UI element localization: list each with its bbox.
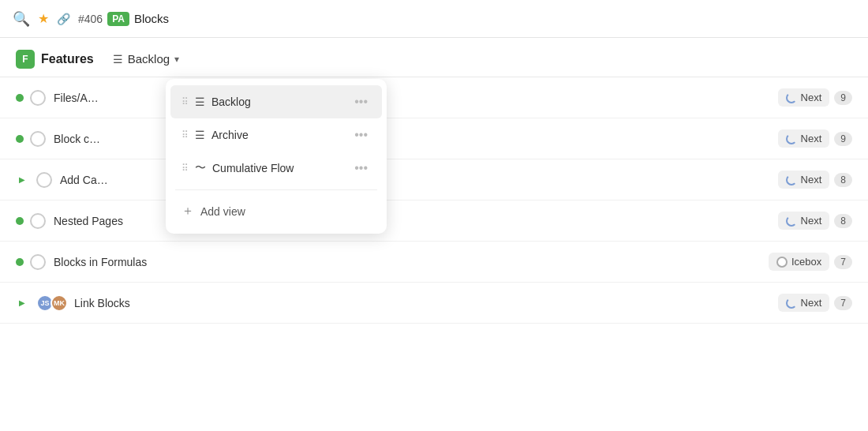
status-badge[interactable]: Icebox (769, 253, 829, 271)
chevron-down-icon: ▾ (174, 54, 179, 65)
search-icon[interactable]: 🔍 (13, 10, 30, 28)
issue-ref: #406 PA Blocks (78, 12, 169, 26)
count-badge: 8 (834, 214, 852, 228)
backlog-label: Backlog (128, 52, 170, 66)
status-dot (16, 217, 24, 225)
dropdown-item-archive[interactable]: ⠿ ☰ Archive ••• (170, 118, 382, 152)
row-right: Next 9 (778, 129, 852, 148)
top-bar: 🔍 ★ 🔗 #406 PA Blocks (0, 0, 868, 38)
row-checkbox[interactable] (30, 131, 46, 147)
next-icon (786, 216, 797, 227)
row-right: Icebox 7 (769, 253, 852, 271)
features-label: F Features (16, 50, 94, 69)
view-header: F Features ☰ Backlog ▾ (0, 38, 868, 77)
status-badge[interactable]: Next (778, 294, 830, 312)
drag-handle-icon: ⠿ (181, 163, 189, 174)
features-icon: F (16, 50, 35, 69)
status-label: Icebox (791, 256, 821, 268)
row-checkbox[interactable] (30, 213, 46, 229)
table-area: Files/A… Next 9 Block c… Next (0, 77, 868, 324)
add-view-label: Add view (200, 205, 245, 218)
count-badge: 9 (834, 132, 852, 146)
row-checkbox[interactable] (30, 254, 46, 270)
status-label: Next (801, 297, 822, 309)
avatar: MK (51, 294, 68, 312)
status-dot (16, 135, 24, 143)
plus-icon: ＋ (181, 203, 194, 219)
table-row[interactable]: Files/A… Next 9 (0, 77, 868, 118)
table-row[interactable]: Blocks in Formulas Icebox 7 (0, 242, 868, 283)
status-badge[interactable]: Next (778, 171, 830, 189)
more-options-icon[interactable]: ••• (351, 93, 371, 111)
row-title: Blocks in Formulas (54, 256, 769, 268)
features-text: Features (41, 52, 94, 66)
row-checkbox[interactable] (30, 90, 46, 106)
dropdown-item-label: Backlog (211, 96, 351, 108)
dropdown-item-cumulative-flow[interactable]: ⠿ 〜 Cumulative Flow ••• (170, 152, 382, 185)
status-badge[interactable]: Next (778, 129, 830, 148)
star-icon[interactable]: ★ (38, 11, 49, 26)
main-area: F Features ☰ Backlog ▾ ⠿ ☰ Backlog ••• ⠿… (0, 38, 868, 431)
link-icon[interactable]: 🔗 (57, 13, 70, 25)
row-right: Next 9 (778, 88, 852, 107)
row-right: Next 8 (778, 171, 852, 189)
expand-icon[interactable]: ▶ (16, 174, 28, 186)
table-row[interactable]: Nested Pages Next 8 (0, 201, 868, 242)
chart-icon: 〜 (195, 161, 206, 175)
page-title: Blocks (134, 12, 169, 25)
table-row[interactable]: ▶ JS MK Link Blocks Next 7 (0, 283, 868, 324)
dropdown-item-backlog[interactable]: ⠿ ☰ Backlog ••• (170, 85, 382, 118)
expand-icon[interactable]: ▶ (16, 297, 28, 309)
avatar-group: JS MK (36, 294, 68, 312)
table-row[interactable]: ▶ Add Ca… Next 8 (0, 159, 868, 201)
pa-badge: PA (107, 12, 129, 26)
more-options-icon[interactable]: ••• (351, 126, 371, 144)
row-title: Files/A… (54, 92, 778, 104)
status-badge[interactable]: Next (778, 88, 830, 107)
issue-number[interactable]: #406 (78, 13, 103, 25)
backlog-button[interactable]: ☰ Backlog ▾ (107, 49, 185, 69)
row-checkbox[interactable] (36, 172, 52, 188)
icebox-icon (776, 257, 788, 268)
status-label: Next (801, 215, 822, 227)
table-row[interactable]: Block c… Next 9 (0, 118, 868, 159)
status-label: Next (801, 174, 822, 186)
dropdown-item-label: Cumulative Flow (212, 162, 351, 174)
list-icon: ☰ (195, 96, 205, 108)
row-right: Next 7 (778, 294, 852, 312)
row-title: Block c… (54, 133, 778, 145)
status-badge[interactable]: Next (778, 212, 830, 230)
more-options-icon[interactable]: ••• (351, 159, 371, 177)
row-title: Nested Pages (54, 215, 778, 227)
status-dot (16, 94, 24, 102)
list-icon: ☰ (113, 53, 123, 66)
view-dropdown: ⠿ ☰ Backlog ••• ⠿ ☰ Archive ••• ⠿ 〜 Cumu… (166, 79, 387, 234)
row-title: Link Blocks (74, 297, 778, 309)
next-icon (786, 92, 797, 103)
count-badge: 7 (834, 255, 852, 269)
count-badge: 7 (834, 296, 852, 310)
divider (175, 189, 377, 190)
status-label: Next (801, 133, 822, 144)
dropdown-item-label: Archive (211, 129, 351, 141)
count-badge: 9 (834, 91, 852, 105)
drag-handle-icon: ⠿ (181, 96, 189, 107)
next-icon (786, 133, 797, 144)
add-view-button[interactable]: ＋ Add view (170, 195, 382, 227)
status-label: Next (801, 92, 822, 103)
status-dot (16, 258, 24, 266)
drag-handle-icon: ⠿ (181, 129, 189, 141)
count-badge: 8 (834, 173, 852, 187)
next-icon (786, 298, 797, 309)
next-icon (786, 174, 797, 186)
row-right: Next 8 (778, 212, 852, 230)
content-area: F Features ☰ Backlog ▾ ⠿ ☰ Backlog ••• ⠿… (0, 38, 868, 431)
list-icon: ☰ (195, 129, 205, 141)
